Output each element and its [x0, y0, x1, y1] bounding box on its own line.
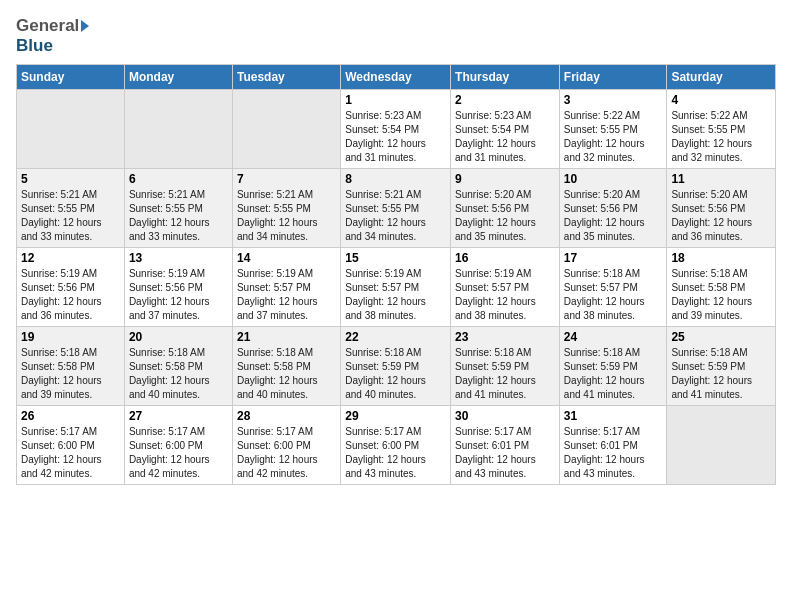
calendar-cell: 11Sunrise: 5:20 AMSunset: 5:56 PMDayligh… — [667, 169, 776, 248]
calendar-cell: 2Sunrise: 5:23 AMSunset: 5:54 PMDaylight… — [451, 90, 560, 169]
day-number: 9 — [455, 172, 555, 186]
day-number: 30 — [455, 409, 555, 423]
day-info: Sunrise: 5:21 AMSunset: 5:55 PMDaylight:… — [21, 188, 120, 244]
day-info: Sunrise: 5:18 AMSunset: 5:58 PMDaylight:… — [129, 346, 228, 402]
calendar-cell: 12Sunrise: 5:19 AMSunset: 5:56 PMDayligh… — [17, 248, 125, 327]
calendar-cell: 13Sunrise: 5:19 AMSunset: 5:56 PMDayligh… — [124, 248, 232, 327]
calendar-cell: 19Sunrise: 5:18 AMSunset: 5:58 PMDayligh… — [17, 327, 125, 406]
day-number: 7 — [237, 172, 336, 186]
calendar-header-row: SundayMondayTuesdayWednesdayThursdayFrid… — [17, 65, 776, 90]
calendar-day-header: Friday — [559, 65, 667, 90]
day-number: 21 — [237, 330, 336, 344]
calendar-cell: 26Sunrise: 5:17 AMSunset: 6:00 PMDayligh… — [17, 406, 125, 485]
logo-icon — [81, 20, 89, 32]
calendar-week-row: 5Sunrise: 5:21 AMSunset: 5:55 PMDaylight… — [17, 169, 776, 248]
day-number: 26 — [21, 409, 120, 423]
day-info: Sunrise: 5:17 AMSunset: 6:01 PMDaylight:… — [455, 425, 555, 481]
calendar-cell: 27Sunrise: 5:17 AMSunset: 6:00 PMDayligh… — [124, 406, 232, 485]
day-number: 13 — [129, 251, 228, 265]
day-info: Sunrise: 5:17 AMSunset: 6:00 PMDaylight:… — [21, 425, 120, 481]
day-info: Sunrise: 5:18 AMSunset: 5:58 PMDaylight:… — [671, 267, 771, 323]
day-info: Sunrise: 5:22 AMSunset: 5:55 PMDaylight:… — [564, 109, 663, 165]
calendar-cell: 15Sunrise: 5:19 AMSunset: 5:57 PMDayligh… — [341, 248, 451, 327]
day-info: Sunrise: 5:21 AMSunset: 5:55 PMDaylight:… — [345, 188, 446, 244]
calendar-cell: 16Sunrise: 5:19 AMSunset: 5:57 PMDayligh… — [451, 248, 560, 327]
calendar-cell: 28Sunrise: 5:17 AMSunset: 6:00 PMDayligh… — [232, 406, 340, 485]
day-info: Sunrise: 5:17 AMSunset: 6:00 PMDaylight:… — [129, 425, 228, 481]
calendar-day-header: Monday — [124, 65, 232, 90]
calendar-week-row: 1Sunrise: 5:23 AMSunset: 5:54 PMDaylight… — [17, 90, 776, 169]
page-header: General Blue — [16, 16, 776, 56]
calendar-cell: 21Sunrise: 5:18 AMSunset: 5:58 PMDayligh… — [232, 327, 340, 406]
calendar-cell: 7Sunrise: 5:21 AMSunset: 5:55 PMDaylight… — [232, 169, 340, 248]
day-number: 16 — [455, 251, 555, 265]
calendar-cell: 1Sunrise: 5:23 AMSunset: 5:54 PMDaylight… — [341, 90, 451, 169]
day-number: 8 — [345, 172, 446, 186]
day-info: Sunrise: 5:18 AMSunset: 5:58 PMDaylight:… — [237, 346, 336, 402]
calendar-cell: 29Sunrise: 5:17 AMSunset: 6:00 PMDayligh… — [341, 406, 451, 485]
calendar-day-header: Thursday — [451, 65, 560, 90]
calendar-cell — [17, 90, 125, 169]
calendar-cell: 3Sunrise: 5:22 AMSunset: 5:55 PMDaylight… — [559, 90, 667, 169]
day-number: 11 — [671, 172, 771, 186]
calendar-day-header: Wednesday — [341, 65, 451, 90]
day-number: 4 — [671, 93, 771, 107]
calendar-week-row: 19Sunrise: 5:18 AMSunset: 5:58 PMDayligh… — [17, 327, 776, 406]
day-info: Sunrise: 5:22 AMSunset: 5:55 PMDaylight:… — [671, 109, 771, 165]
day-number: 19 — [21, 330, 120, 344]
logo: General Blue — [16, 16, 89, 56]
calendar-day-header: Sunday — [17, 65, 125, 90]
calendar-cell: 22Sunrise: 5:18 AMSunset: 5:59 PMDayligh… — [341, 327, 451, 406]
calendar-cell — [232, 90, 340, 169]
day-number: 25 — [671, 330, 771, 344]
day-info: Sunrise: 5:21 AMSunset: 5:55 PMDaylight:… — [237, 188, 336, 244]
day-info: Sunrise: 5:19 AMSunset: 5:56 PMDaylight:… — [129, 267, 228, 323]
day-number: 24 — [564, 330, 663, 344]
calendar-cell: 5Sunrise: 5:21 AMSunset: 5:55 PMDaylight… — [17, 169, 125, 248]
day-info: Sunrise: 5:20 AMSunset: 5:56 PMDaylight:… — [455, 188, 555, 244]
day-number: 20 — [129, 330, 228, 344]
day-info: Sunrise: 5:18 AMSunset: 5:58 PMDaylight:… — [21, 346, 120, 402]
day-number: 12 — [21, 251, 120, 265]
calendar-cell: 20Sunrise: 5:18 AMSunset: 5:58 PMDayligh… — [124, 327, 232, 406]
day-info: Sunrise: 5:18 AMSunset: 5:59 PMDaylight:… — [564, 346, 663, 402]
day-number: 2 — [455, 93, 555, 107]
logo-blue: Blue — [16, 36, 53, 56]
day-info: Sunrise: 5:19 AMSunset: 5:57 PMDaylight:… — [455, 267, 555, 323]
calendar-cell: 6Sunrise: 5:21 AMSunset: 5:55 PMDaylight… — [124, 169, 232, 248]
day-info: Sunrise: 5:18 AMSunset: 5:59 PMDaylight:… — [345, 346, 446, 402]
calendar-day-header: Tuesday — [232, 65, 340, 90]
day-info: Sunrise: 5:17 AMSunset: 6:00 PMDaylight:… — [345, 425, 446, 481]
calendar-cell: 8Sunrise: 5:21 AMSunset: 5:55 PMDaylight… — [341, 169, 451, 248]
day-info: Sunrise: 5:23 AMSunset: 5:54 PMDaylight:… — [345, 109, 446, 165]
day-number: 28 — [237, 409, 336, 423]
day-info: Sunrise: 5:18 AMSunset: 5:59 PMDaylight:… — [671, 346, 771, 402]
calendar-cell — [124, 90, 232, 169]
day-number: 15 — [345, 251, 446, 265]
calendar-cell: 31Sunrise: 5:17 AMSunset: 6:01 PMDayligh… — [559, 406, 667, 485]
calendar-cell: 9Sunrise: 5:20 AMSunset: 5:56 PMDaylight… — [451, 169, 560, 248]
calendar-cell: 4Sunrise: 5:22 AMSunset: 5:55 PMDaylight… — [667, 90, 776, 169]
day-info: Sunrise: 5:19 AMSunset: 5:57 PMDaylight:… — [345, 267, 446, 323]
calendar-cell: 24Sunrise: 5:18 AMSunset: 5:59 PMDayligh… — [559, 327, 667, 406]
calendar-day-header: Saturday — [667, 65, 776, 90]
day-number: 14 — [237, 251, 336, 265]
day-number: 29 — [345, 409, 446, 423]
logo-general: General — [16, 16, 79, 36]
day-number: 23 — [455, 330, 555, 344]
day-info: Sunrise: 5:18 AMSunset: 5:59 PMDaylight:… — [455, 346, 555, 402]
day-info: Sunrise: 5:19 AMSunset: 5:57 PMDaylight:… — [237, 267, 336, 323]
day-info: Sunrise: 5:21 AMSunset: 5:55 PMDaylight:… — [129, 188, 228, 244]
day-info: Sunrise: 5:17 AMSunset: 6:00 PMDaylight:… — [237, 425, 336, 481]
day-number: 31 — [564, 409, 663, 423]
calendar-table: SundayMondayTuesdayWednesdayThursdayFrid… — [16, 64, 776, 485]
day-info: Sunrise: 5:20 AMSunset: 5:56 PMDaylight:… — [671, 188, 771, 244]
day-info: Sunrise: 5:17 AMSunset: 6:01 PMDaylight:… — [564, 425, 663, 481]
calendar-cell — [667, 406, 776, 485]
calendar-cell: 25Sunrise: 5:18 AMSunset: 5:59 PMDayligh… — [667, 327, 776, 406]
calendar-week-row: 12Sunrise: 5:19 AMSunset: 5:56 PMDayligh… — [17, 248, 776, 327]
calendar-week-row: 26Sunrise: 5:17 AMSunset: 6:00 PMDayligh… — [17, 406, 776, 485]
day-number: 10 — [564, 172, 663, 186]
day-number: 3 — [564, 93, 663, 107]
calendar-cell: 17Sunrise: 5:18 AMSunset: 5:57 PMDayligh… — [559, 248, 667, 327]
